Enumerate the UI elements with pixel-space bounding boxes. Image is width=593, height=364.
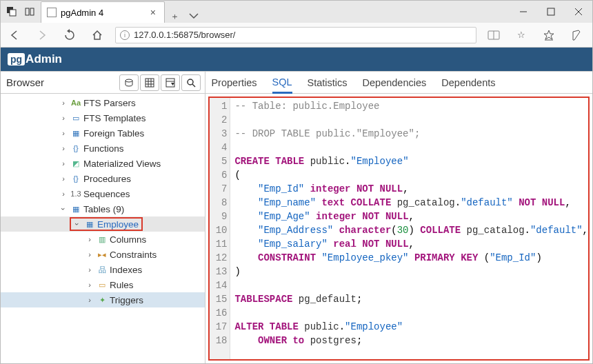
object-tree[interactable]: ›AaFTS Parsers ›▭FTS Templates ›▦Foreign…: [1, 94, 205, 363]
titlebar-sys-icons: [1, 1, 41, 23]
window-controls: [510, 1, 592, 23]
svg-rect-12: [145, 79, 154, 87]
tab-dependencies[interactable]: Dependencies: [363, 72, 427, 94]
foreign-tables-icon: ▦: [70, 128, 81, 139]
new-tab-button[interactable]: ＋: [170, 10, 179, 23]
tab-statistics[interactable]: Statistics: [308, 72, 348, 94]
tree-columns[interactable]: ›▥Columns: [1, 232, 205, 247]
home-button[interactable]: [83, 23, 111, 48]
tree-rules[interactable]: ›▭Rules: [1, 277, 205, 292]
view-data-button[interactable]: [140, 74, 159, 91]
search-button[interactable]: [181, 74, 201, 91]
columns-icon: ▥: [97, 234, 108, 245]
notes-icon[interactable]: [563, 23, 590, 48]
fts-templates-icon: ▭: [70, 112, 81, 123]
sql-editor[interactable]: 123456789101112131415161718 -- Table: pu…: [208, 97, 590, 361]
window-split-icon[interactable]: [21, 3, 38, 20]
sequences-icon: 1.3: [70, 188, 81, 199]
rules-icon: ▭: [97, 279, 108, 290]
tree-sequences[interactable]: ›1.3Sequences: [1, 186, 205, 201]
procedures-icon: {}: [70, 173, 81, 184]
favorite-star-icon[interactable]: ☆: [508, 23, 534, 48]
favorites-list-icon[interactable]: [536, 23, 562, 48]
fts-parsers-icon: Aa: [70, 97, 81, 108]
svg-rect-5: [547, 8, 554, 15]
tree-indexes[interactable]: ›品Indexes: [1, 262, 205, 277]
tab-strip: pgAdmin 4 × ＋: [41, 1, 510, 23]
url-field[interactable]: i 127.0.0.1:56875/browser/: [115, 27, 476, 43]
info-icon[interactable]: i: [120, 30, 130, 40]
tree-functions[interactable]: ›{}Functions: [1, 141, 205, 156]
browser-panel-title: Browser: [6, 77, 44, 88]
svg-point-11: [125, 79, 132, 82]
materialized-views-icon: ◩: [70, 158, 81, 169]
tab-properties[interactable]: Properties: [211, 72, 257, 94]
svg-line-20: [192, 84, 195, 87]
url-text: 127.0.0.1:56875/browser/: [134, 30, 235, 40]
content-tabs: Properties SQL Statistics Dependencies D…: [205, 72, 592, 94]
tree-constraints[interactable]: ›▸◂Constraints: [1, 247, 205, 262]
tree-employee[interactable]: ›▦Employee: [1, 216, 205, 232]
main-area: Browser ›AaFTS Parsers ›▭FTS Templates ›…: [1, 71, 592, 363]
tab-sql[interactable]: SQL: [272, 72, 292, 94]
svg-point-19: [188, 79, 193, 85]
tab-title: pgAdmin 4: [61, 8, 103, 18]
pgadmin-header: pgAdmin: [1, 48, 592, 71]
filter-rows-button[interactable]: [161, 74, 180, 91]
window-cascade-icon[interactable]: [3, 3, 20, 20]
triggers-icon: ✦: [97, 294, 108, 305]
page-icon: [47, 8, 57, 17]
pgadmin-logo-pg: pg: [8, 53, 25, 65]
functions-icon: {}: [70, 143, 81, 154]
tab-actions: ＋: [165, 10, 204, 23]
tab-dependents[interactable]: Dependents: [441, 72, 495, 94]
svg-rect-1: [10, 10, 16, 16]
back-button[interactable]: [1, 23, 28, 48]
addr-right-controls: ☆: [481, 23, 592, 48]
tables-icon: ▦: [70, 203, 81, 214]
reading-view-icon[interactable]: [481, 23, 507, 48]
tree-procedures[interactable]: ›{}Procedures: [1, 171, 205, 186]
indexes-icon: 品: [97, 264, 108, 275]
tree-fts-templates[interactable]: ›▭FTS Templates: [1, 110, 205, 125]
svg-rect-2: [26, 8, 29, 15]
tree-materialized-views[interactable]: ›◩Materialized Views: [1, 156, 205, 171]
sidebar-header: Browser: [1, 72, 205, 94]
constraints-icon: ▸◂: [97, 249, 108, 260]
tabs-menu-icon[interactable]: [189, 11, 199, 23]
pgadmin-logo-text: Admin: [26, 52, 62, 66]
maximize-button[interactable]: [537, 1, 565, 23]
line-gutter: 123456789101112131415161718: [210, 98, 230, 359]
tree-triggers[interactable]: ›✦Triggers: [1, 292, 205, 307]
sql-code[interactable]: -- Table: public.Employee -- DROP TABLE …: [230, 98, 588, 359]
svg-rect-3: [30, 8, 34, 15]
table-icon: ▦: [84, 219, 95, 230]
browser-tab[interactable]: pgAdmin 4 ×: [41, 1, 165, 23]
tree-tables[interactable]: ›▦Tables (9): [1, 201, 205, 216]
close-window-button[interactable]: [565, 1, 592, 23]
query-tool-button[interactable]: [119, 74, 139, 91]
content-pane: Properties SQL Statistics Dependencies D…: [205, 72, 592, 363]
tree-foreign-tables[interactable]: ›▦Foreign Tables: [1, 125, 205, 141]
forward-button[interactable]: [28, 23, 56, 48]
sidebar: Browser ›AaFTS Parsers ›▭FTS Templates ›…: [1, 72, 205, 363]
address-bar: i 127.0.0.1:56875/browser/ ☆: [1, 23, 592, 48]
close-tab-button[interactable]: ×: [149, 7, 157, 18]
tree-fts-parsers[interactable]: ›AaFTS Parsers: [1, 95, 205, 110]
minimize-button[interactable]: [510, 1, 537, 23]
refresh-button[interactable]: [56, 23, 83, 48]
window-titlebar: pgAdmin 4 × ＋: [1, 1, 592, 23]
